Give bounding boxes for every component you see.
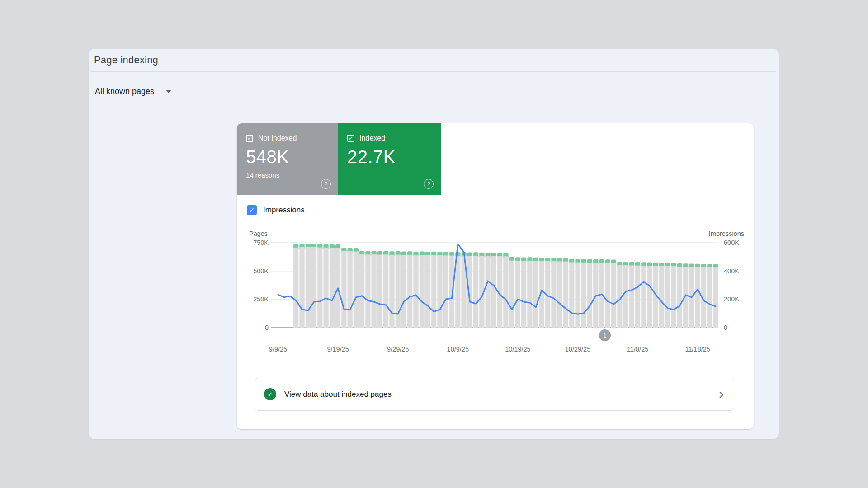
indexed-toggle-card[interactable]: ✓ Indexed 22.7K ? <box>338 123 441 195</box>
not-indexed-toggle-card[interactable]: ✓ Not indexed 548K 14 reasons ? <box>237 123 338 195</box>
svg-text:750K: 750K <box>253 239 269 246</box>
indexed-label: Indexed <box>359 134 385 142</box>
svg-text:0: 0 <box>724 324 727 331</box>
svg-text:10/9/25: 10/9/25 <box>447 346 469 353</box>
svg-text:10/29/25: 10/29/25 <box>565 346 590 353</box>
svg-text:400K: 400K <box>724 267 739 275</box>
svg-text:10/19/25: 10/19/25 <box>505 346 530 353</box>
svg-text:500K: 500K <box>253 267 269 275</box>
not-indexed-count: 548K <box>246 147 289 167</box>
chart-pager-dot[interactable]: 1 <box>599 329 611 341</box>
view-indexed-data-row[interactable]: ✓ View data about indexed pages › <box>255 378 734 411</box>
svg-text:0: 0 <box>265 324 269 331</box>
chevron-right-icon: › <box>719 386 724 401</box>
checkbox-checked-icon: ✓ <box>246 135 253 142</box>
svg-text:9/9/25: 9/9/25 <box>269 346 287 353</box>
svg-text:600K: 600K <box>724 239 739 246</box>
summary-cards: ✓ Not indexed 548K 14 reasons ? ✓ Indexe… <box>237 123 441 195</box>
svg-text:11/18/25: 11/18/25 <box>685 346 710 353</box>
help-icon[interactable]: ? <box>424 179 434 189</box>
svg-text:Impressions: Impressions <box>709 230 744 237</box>
panel-header: Page indexing <box>89 49 779 71</box>
indexed-header: ✓ Indexed <box>347 134 385 142</box>
view-indexed-data-label: View data about indexed pages <box>284 390 392 399</box>
page-indexing-panel: Page indexing All known pages 750K600K50… <box>89 49 779 439</box>
screen: Page indexing All known pages 750K600K50… <box>0 0 868 488</box>
svg-text:250K: 250K <box>253 296 269 303</box>
impressions-checkbox[interactable]: ✓ Impressions <box>247 205 305 215</box>
svg-text:Pages: Pages <box>249 230 268 237</box>
help-icon[interactable]: ? <box>321 179 331 189</box>
page-title: Page indexing <box>94 54 158 66</box>
svg-text:9/19/25: 9/19/25 <box>327 346 349 353</box>
indexed-count: 22.7K <box>347 147 396 167</box>
not-indexed-reasons: 14 reasons <box>246 171 279 179</box>
impressions-label: Impressions <box>263 206 305 215</box>
header-divider <box>91 71 776 72</box>
checkbox-checked-icon: ✓ <box>247 205 257 215</box>
indexing-report-card: 750K600K500K400K250K200K00PagesImpressio… <box>237 123 754 429</box>
checkbox-checked-icon: ✓ <box>347 135 354 142</box>
svg-text:9/29/25: 9/29/25 <box>387 346 409 353</box>
dropdown-arrow-icon <box>166 90 171 93</box>
svg-text:11/8/25: 11/8/25 <box>627 346 648 353</box>
svg-text:200K: 200K <box>724 296 739 303</box>
page-filter-dropdown[interactable]: All known pages <box>93 85 173 98</box>
check-circle-icon: ✓ <box>264 388 276 400</box>
not-indexed-header: ✓ Not indexed <box>246 134 297 142</box>
not-indexed-label: Not indexed <box>258 134 297 142</box>
filter-selected-value: All known pages <box>95 87 154 96</box>
